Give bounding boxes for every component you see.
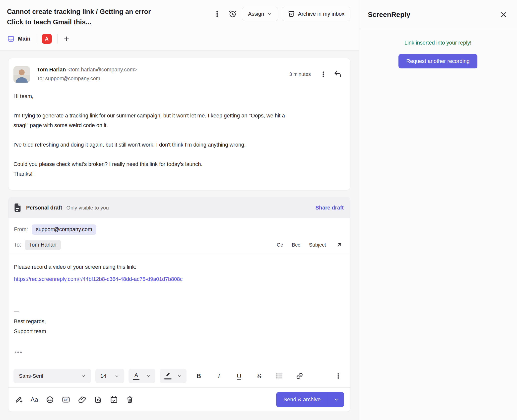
assign-button-label: Assign	[248, 11, 264, 17]
to-recipient-chip[interactable]: Tom Harlan	[25, 240, 61, 250]
text-color-select[interactable]: A	[129, 369, 155, 383]
bcc-button[interactable]: Bcc	[292, 242, 300, 248]
reply-arrow-icon	[333, 70, 342, 78]
send-split-button: Send & archive	[276, 392, 344, 407]
font-family-value: Sans-Serif	[19, 373, 43, 379]
ellipsis-icon	[14, 351, 22, 354]
sender-name: Tom Harlan	[37, 67, 66, 73]
font-size-select[interactable]: 14	[95, 369, 124, 383]
message-menu-button[interactable]	[317, 68, 329, 81]
kebab-menu-icon	[320, 71, 327, 78]
insert-link-button[interactable]	[292, 369, 308, 383]
expand-compose-button[interactable]	[335, 240, 344, 249]
strikethrough-button[interactable]: S	[251, 369, 267, 383]
share-draft-link[interactable]: Share draft	[315, 205, 344, 211]
link-icon	[296, 372, 304, 380]
recording-link[interactable]: https://rec.screenreply.com/r/44bf12b8-c…	[14, 275, 183, 283]
to-row: To: Tom Harlan Cc Bcc Subject	[14, 237, 344, 253]
ai-compose-button[interactable]	[14, 395, 23, 404]
alarm-clock-icon	[228, 10, 237, 18]
recipient-options: Cc Bcc Subject	[277, 240, 344, 249]
draft-body-editor[interactable]: Please record a video of your screen usi…	[8, 253, 350, 365]
pencil-sparkle-icon	[14, 395, 23, 404]
close-panel-button[interactable]	[500, 11, 508, 19]
font-family-select[interactable]: Sans-Serif	[13, 369, 91, 383]
inbox-tag-main[interactable]: Main	[7, 35, 30, 43]
subject-button[interactable]: Subject	[309, 242, 326, 248]
link-inserted-status: Link inserted into your reply!	[404, 40, 471, 46]
chevron-down-icon	[146, 374, 151, 378]
tag-row: Main A	[7, 33, 350, 44]
cc-button[interactable]: Cc	[277, 242, 283, 248]
kebab-menu-icon	[335, 372, 342, 379]
from-label: From:	[14, 226, 28, 233]
panel-body: Link inserted into your reply! Request a…	[359, 29, 517, 68]
chevron-down-icon	[267, 11, 272, 16]
text-style-icon: Aa	[31, 396, 38, 403]
signature-line: Best regards,	[14, 316, 344, 326]
screenreply-panel: ScreenReply Link inserted into your repl…	[359, 0, 517, 420]
signature-line: Support team	[14, 326, 344, 336]
format-overflow-button[interactable]	[332, 369, 344, 382]
file-reply-icon	[94, 396, 102, 404]
gmail-label-badge[interactable]: A	[42, 34, 52, 44]
smiley-icon	[46, 396, 54, 404]
bullet-list-icon	[275, 372, 283, 380]
italic-button[interactable]: I	[211, 369, 227, 383]
request-recording-button[interactable]: Request another recording	[398, 54, 477, 68]
email-body-text: Hi team,I'm trying to generate a trackin…	[13, 92, 300, 179]
divider	[36, 34, 36, 44]
highlighter-icon	[164, 372, 172, 379]
email-header: Tom Harlan <tom.harlan@company.com> To: …	[13, 66, 344, 83]
archive-button-label: Archive in my inbox	[298, 11, 344, 17]
draft-header: Personal draft Only visible to you Share…	[8, 197, 350, 218]
bullet-list-button[interactable]	[271, 369, 287, 383]
emoji-button[interactable]	[46, 396, 54, 404]
more-options-button[interactable]	[211, 7, 223, 20]
font-size-value: 14	[100, 373, 106, 379]
sender-avatar	[13, 66, 30, 83]
compose-footer: Aa GIF	[8, 388, 350, 412]
conversation-header: Cannot create tracking link / Getting an…	[0, 0, 359, 51]
timestamp: 3 minutes	[289, 71, 311, 77]
send-options-button[interactable]	[328, 392, 344, 407]
draft-visibility-label: Only visible to you	[66, 205, 109, 211]
paperclip-icon	[78, 396, 86, 404]
from-address-chip[interactable]: support@company.com	[32, 224, 96, 235]
quote-reply-button[interactable]	[94, 396, 102, 404]
from-row: From: support@company.com	[14, 222, 344, 237]
email-header-actions: 3 minutes	[289, 66, 344, 81]
chevron-down-icon	[333, 397, 339, 403]
gif-button[interactable]: GIF	[62, 395, 70, 404]
close-icon	[500, 11, 508, 19]
trash-icon	[126, 396, 134, 404]
draft-recipients: From: support@company.com To: Tom Harlan…	[8, 218, 350, 253]
text-color-icon: A	[133, 372, 139, 380]
reply-button[interactable]	[332, 68, 344, 81]
gmail-label-letter: A	[45, 36, 48, 42]
delete-draft-button[interactable]	[126, 396, 134, 404]
svg-text:GIF: GIF	[64, 398, 68, 401]
inbox-icon	[7, 35, 15, 43]
recipient-line: To: support@company.com	[37, 75, 137, 81]
send-archive-button[interactable]: Send & archive	[276, 392, 328, 407]
to-label: To:	[14, 242, 21, 248]
plus-icon	[63, 35, 70, 42]
conversation-actions: Assign Archive in my inbox	[211, 6, 350, 21]
email-message-card: Tom Harlan <tom.harlan@company.com> To: …	[8, 58, 350, 190]
draft-card: Personal draft Only visible to you Share…	[8, 197, 350, 412]
bold-button[interactable]: B	[191, 369, 207, 383]
archive-button[interactable]: Archive in my inbox	[282, 7, 350, 21]
conversation-pane: Cannot create tracking link / Getting an…	[0, 0, 359, 420]
underline-button[interactable]: U	[231, 369, 247, 383]
snooze-button[interactable]	[227, 7, 239, 20]
schedule-send-button[interactable]	[110, 396, 118, 404]
text-style-button[interactable]: Aa	[31, 396, 38, 403]
assign-button[interactable]: Assign	[242, 7, 278, 21]
highlight-color-select[interactable]	[160, 369, 187, 383]
panel-title: ScreenReply	[368, 11, 410, 19]
chevron-down-icon	[177, 374, 182, 378]
attach-file-button[interactable]	[78, 396, 86, 404]
add-label-button[interactable]	[63, 35, 70, 42]
collapsed-content-button[interactable]	[14, 351, 22, 354]
